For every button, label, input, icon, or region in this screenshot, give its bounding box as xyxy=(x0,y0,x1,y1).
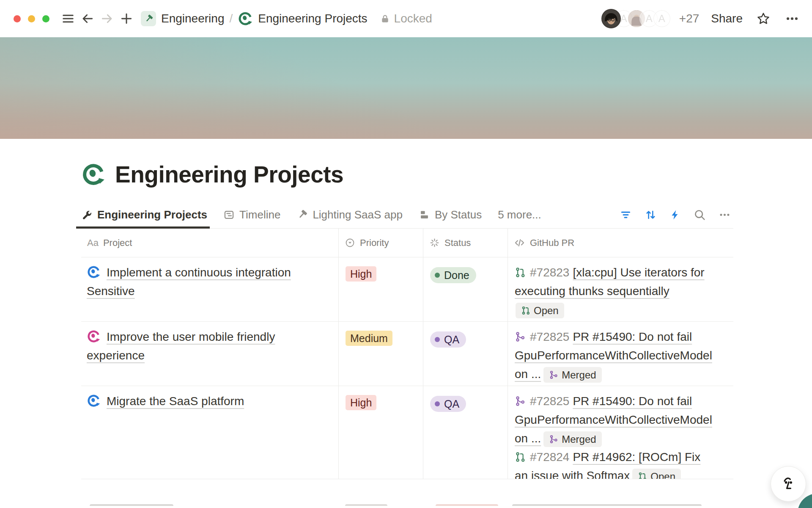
more-options-icon[interactable] xyxy=(785,11,799,26)
minimize-window-button[interactable] xyxy=(28,15,35,22)
column-header-priority[interactable]: Priority xyxy=(338,229,423,257)
pr-number: #72825 xyxy=(530,330,569,343)
notion-window: Engineering / Engineering Projects Locke… xyxy=(0,0,812,508)
page-icon[interactable] xyxy=(81,162,106,187)
priority-cell[interactable]: High xyxy=(338,386,423,479)
pr-state-badge[interactable]: Open xyxy=(632,469,681,479)
pull-request-icon xyxy=(515,267,526,278)
avatar[interactable] xyxy=(601,9,621,28)
close-window-button[interactable] xyxy=(14,15,21,22)
status-badge[interactable]: Done xyxy=(430,267,476,283)
new-page-icon[interactable] xyxy=(119,11,134,26)
table-row[interactable]: Implement a continuous integration Sensi… xyxy=(81,257,733,322)
priority-cell[interactable]: High xyxy=(338,257,423,321)
timeline-icon xyxy=(223,209,235,221)
status-dot xyxy=(435,273,440,278)
view-tabs-bar: Engineering Projects Timeline Lighting S… xyxy=(81,202,733,229)
page-cover[interactable] xyxy=(0,37,812,139)
pr-entry: #72823[xla:cpu] Use iterators for execut… xyxy=(515,263,714,319)
status-cell[interactable]: Done xyxy=(423,257,508,321)
priority-badge[interactable]: High xyxy=(346,395,376,410)
automation-icon[interactable] xyxy=(669,209,681,221)
priority-cell[interactable]: Medium xyxy=(338,322,423,386)
board-icon xyxy=(419,209,430,221)
database-table: Aa Project Priority Status xyxy=(81,229,733,479)
table-row[interactable]: Migrate the SaaS platform High QA #72825… xyxy=(81,386,733,479)
fullscreen-window-button[interactable] xyxy=(42,15,49,22)
tab-engineering-projects[interactable]: Engineering Projects xyxy=(81,202,207,228)
clipped-next-row xyxy=(81,503,733,506)
pr-entry: #72824PR #14962: [ROCm] Fix an issue wit… xyxy=(515,448,714,479)
sort-icon[interactable] xyxy=(645,209,657,221)
pr-number: #72823 xyxy=(530,266,569,279)
project-link[interactable]: Migrate the SaaS platform xyxy=(107,395,244,408)
window-controls xyxy=(14,15,49,22)
lock-icon xyxy=(380,14,390,24)
pr-entry: #72825PR #15490: Do not fail GpuPerforma… xyxy=(515,328,714,384)
pull-request-icon xyxy=(515,451,526,463)
github-pr-cell[interactable]: #72823[xla:cpu] Use iterators for execut… xyxy=(508,257,733,321)
tab-more-views[interactable]: 5 more... xyxy=(498,202,541,228)
table-row[interactable]: Improve the user mobile friendly experie… xyxy=(81,322,733,386)
tab-lighting-saas-app[interactable]: Lighting SaaS app xyxy=(296,202,403,228)
breadcrumb-separator: / xyxy=(229,12,233,25)
status-badge[interactable]: QA xyxy=(430,396,466,412)
pull-request-icon xyxy=(521,306,531,315)
git-merge-icon xyxy=(515,331,526,342)
pr-state-badge[interactable]: Merged xyxy=(543,431,601,447)
git-merge-icon xyxy=(549,434,559,444)
status-badge[interactable]: QA xyxy=(430,331,466,348)
favorite-star-icon[interactable] xyxy=(756,11,771,26)
column-header-status[interactable]: Status xyxy=(423,229,508,257)
breadcrumb: Engineering / Engineering Projects Locke… xyxy=(141,11,432,26)
hammer-icon xyxy=(296,209,308,221)
tab-timeline[interactable]: Timeline xyxy=(223,202,280,228)
status-property-icon xyxy=(429,237,440,248)
view-options-icon[interactable] xyxy=(719,209,731,221)
priority-badge[interactable]: Medium xyxy=(346,331,392,346)
locked-indicator[interactable]: Locked xyxy=(380,12,432,25)
github-pr-cell[interactable]: #72825PR #15490: Do not fail GpuPerforma… xyxy=(508,322,733,386)
status-cell[interactable]: QA xyxy=(423,386,508,479)
breadcrumb-page[interactable]: Engineering Projects xyxy=(258,12,367,25)
project-page-icon xyxy=(87,265,101,279)
forward-icon[interactable] xyxy=(99,11,115,26)
code-property-icon xyxy=(514,237,525,248)
filter-icon[interactable] xyxy=(620,209,632,221)
back-icon[interactable] xyxy=(80,11,95,26)
wrench-icon xyxy=(81,209,93,221)
priority-badge[interactable]: High xyxy=(346,266,376,282)
notion-ai-button[interactable] xyxy=(771,466,806,502)
share-button[interactable]: Share xyxy=(711,12,743,25)
search-icon[interactable] xyxy=(694,209,706,221)
avatar[interactable]: A xyxy=(652,9,672,28)
git-merge-icon xyxy=(515,395,526,407)
sidebar-menu-icon[interactable] xyxy=(60,11,76,26)
locked-label: Locked xyxy=(394,12,432,25)
project-link[interactable]: Improve the user mobile friendly experie… xyxy=(87,330,275,362)
project-cell[interactable]: Improve the user mobile friendly experie… xyxy=(81,322,338,386)
presence-avatars[interactable]: A A A xyxy=(601,9,672,28)
column-header-github-pr[interactable]: GitHub PR xyxy=(508,229,733,257)
pr-state-badge[interactable]: Merged xyxy=(543,367,601,383)
project-page-icon xyxy=(87,329,101,343)
github-pr-cell[interactable]: #72825PR #15490: Do not fail GpuPerforma… xyxy=(508,386,733,479)
title-property-icon: Aa xyxy=(87,237,99,248)
status-dot xyxy=(435,337,440,342)
select-property-icon xyxy=(345,237,355,248)
project-cell[interactable]: Implement a continuous integration Sensi… xyxy=(81,257,338,321)
page-content: Engineering Projects Engineering Project… xyxy=(81,161,733,506)
pr-state-badge[interactable]: Open xyxy=(516,303,564,318)
presence-overflow-count[interactable]: +27 xyxy=(679,12,700,25)
column-header-project[interactable]: Aa Project xyxy=(81,229,338,257)
breadcrumb-workspace[interactable]: Engineering xyxy=(161,12,224,25)
status-dot xyxy=(435,401,440,406)
pr-entry: #72825PR #15490: Do not fail GpuPerforma… xyxy=(515,392,714,448)
project-link[interactable]: Implement a continuous integration Sensi… xyxy=(87,266,291,298)
tab-by-status[interactable]: By Status xyxy=(419,202,482,228)
project-cell[interactable]: Migrate the SaaS platform xyxy=(81,386,338,479)
project-page-icon xyxy=(87,394,101,408)
workspace-hammer-icon[interactable] xyxy=(141,11,156,26)
status-cell[interactable]: QA xyxy=(423,322,508,386)
pull-request-icon xyxy=(638,472,647,479)
